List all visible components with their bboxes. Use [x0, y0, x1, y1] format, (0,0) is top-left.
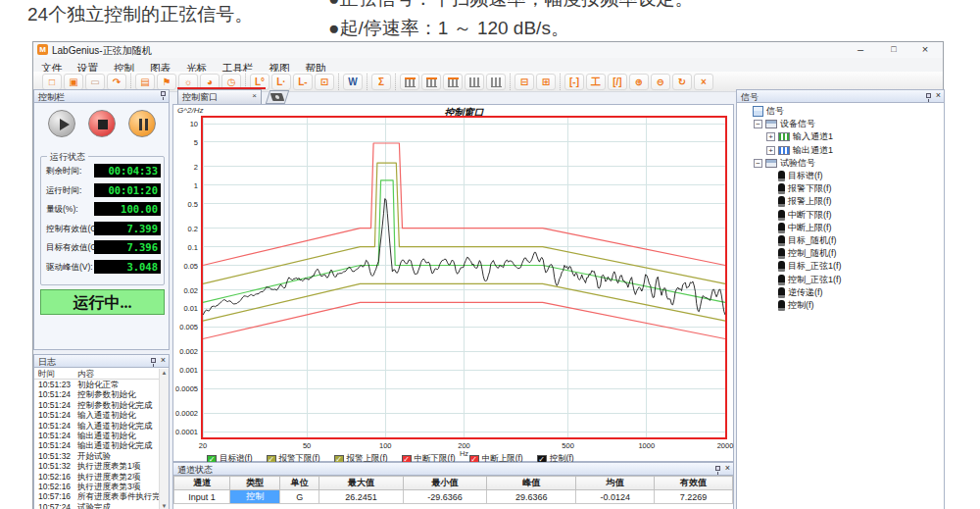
tree-item[interactable]: + 输入通道1	[741, 130, 944, 143]
toolbar-group: W	[338, 74, 367, 90]
new-button[interactable]: □	[42, 74, 62, 90]
pin-icon[interactable]	[715, 466, 720, 471]
tree-item-label: 控制(f)	[788, 299, 814, 312]
scroll-up-icon[interactable]: ▲	[160, 370, 169, 376]
pause-button[interactable]	[128, 110, 156, 137]
close-icon[interactable]: ×	[936, 91, 941, 100]
zoom-out-button[interactable]: ⊖	[651, 74, 670, 90]
tree-item[interactable]: 控制_随机(f)	[741, 247, 944, 260]
log-panel: 日志 × 时间内容 10:51:23 初始化正常 10:51:24 控制参数初始…	[33, 354, 170, 509]
play-button[interactable]	[48, 110, 75, 137]
restore-button[interactable]: □	[880, 42, 907, 57]
minimize-button[interactable]: –	[847, 42, 874, 57]
cursor-vertical-button[interactable]: 工	[586, 74, 606, 90]
word-report-button[interactable]: W	[343, 74, 363, 90]
tree-item-label: 输出通道1	[793, 144, 833, 157]
print-button[interactable]: ▤	[135, 74, 155, 90]
panorama-button[interactable]: ⚑	[157, 74, 176, 90]
tree-item[interactable]: − 设备信号	[741, 118, 944, 130]
toolbar-group: □▣▭↷	[38, 74, 130, 90]
log-scrollbar[interactable]: ▲ ▼	[159, 369, 169, 509]
log-row[interactable]: 10:51:24 控制参数初始化	[34, 389, 169, 399]
tree-item[interactable]: 中断上限(f)	[741, 222, 944, 234]
cancel-button[interactable]: ×	[694, 74, 713, 90]
chart-bars-4-button[interactable]	[465, 74, 484, 90]
tree-item[interactable]: 报警上限(f)	[741, 195, 944, 208]
tree-item[interactable]: 信号	[741, 105, 944, 118]
expand-icon[interactable]: +	[766, 132, 775, 141]
log-row[interactable]: 10:51:24 输入通道初始化	[34, 410, 169, 420]
close-icon[interactable]: ×	[161, 356, 166, 365]
window-copy-button[interactable]: ⊡	[315, 74, 334, 90]
cursor-slope-button[interactable]: [/]	[608, 74, 627, 90]
y-tick-label: 2	[173, 163, 198, 172]
log-row[interactable]: 10:51:24 输入通道初始化完成	[34, 421, 169, 431]
chart-bars-2-button[interactable]	[421, 74, 441, 90]
log-time: 10:57:16	[38, 491, 71, 501]
log-row[interactable]: 10:51:24 控制参数初始化完成	[34, 400, 169, 410]
tree-item-label: 目标_正弦1(f)	[788, 260, 842, 273]
tree-item-label: 逆传递(f)	[788, 286, 823, 299]
expand-icon[interactable]: +	[766, 146, 775, 155]
channel-row[interactable]: Input 1 控制 G 26.2451 -29.6366 29.6366 -0…	[174, 490, 733, 504]
chart-bars-1-button[interactable]	[400, 74, 419, 90]
zoom-in-button[interactable]: ⊕	[629, 74, 649, 90]
tree-item[interactable]: 控制(f)	[741, 299, 944, 312]
scroll-down-icon[interactable]: ▼	[160, 503, 169, 509]
y-tick-label: 0.01	[173, 304, 198, 313]
channel-col-header: 有效值	[655, 477, 733, 490]
y-tick-label: 0.0001	[173, 428, 198, 436]
tree-item[interactable]: 逆传递(f)	[741, 286, 944, 299]
export-button[interactable]: ↷	[107, 74, 126, 90]
log-row[interactable]: 10:52:16 执行进度表第2项	[34, 472, 169, 482]
log-row[interactable]: 10:51:24 输出通道初始化	[34, 431, 169, 440]
tree-item[interactable]: 报警下限(f)	[741, 182, 944, 195]
level-profile-3-button[interactable]: L-	[293, 74, 313, 90]
save-icon: ▣	[69, 76, 77, 87]
log-row[interactable]: 10:51:32 开始试验	[34, 451, 169, 461]
tree-item[interactable]: + 输出通道1	[741, 144, 944, 157]
log-row[interactable]: 10:57:24 试验完成	[34, 502, 169, 509]
tab-close-icon[interactable]: ×	[252, 91, 257, 100]
control-bar-title: 控制栏	[38, 92, 65, 102]
sigma-button[interactable]: Σ	[371, 74, 391, 90]
pin-icon[interactable]	[161, 91, 166, 96]
log-row[interactable]: 10:57:16 所有进度表事件执行完成	[34, 491, 169, 501]
layout-tile-button[interactable]: ⊞	[536, 74, 556, 90]
pin-icon[interactable]	[151, 358, 156, 363]
tab-control-window[interactable]: 控制窗口 ×	[177, 89, 262, 104]
tree-item-label: 输入通道1	[793, 130, 833, 143]
save-button[interactable]: ▣	[64, 74, 83, 90]
chart-bars-3-button[interactable]	[443, 74, 463, 90]
refresh-button[interactable]: ↻	[672, 74, 692, 90]
tree-item[interactable]: − 试验信号	[741, 157, 944, 170]
tree-item[interactable]: 目标谱(f)	[741, 170, 944, 182]
collapse-icon[interactable]: −	[754, 159, 762, 168]
log-row[interactable]: 10:51:24 输出通道初始化完成	[34, 440, 169, 450]
tree-item[interactable]: 目标_随机(f)	[741, 234, 944, 247]
device-group-icon	[765, 159, 777, 168]
chart-bars-5-button[interactable]	[486, 74, 506, 90]
collapse-icon[interactable]: −	[754, 120, 762, 128]
menu-bar: 文件设置控制图表光标工具栏视图帮助	[33, 58, 943, 72]
open-button[interactable]: ▭	[85, 74, 105, 90]
tree-item[interactable]: 目标_正弦1(f)	[741, 260, 944, 273]
layout-cascade-button[interactable]: ⊟	[514, 74, 534, 90]
spectrum-plot[interactable]	[201, 116, 727, 439]
log-row[interactable]: 10:51:32 执行进度表第1项	[34, 461, 169, 471]
tree-item[interactable]: 中断下限(f)	[741, 209, 944, 222]
input-channel-icon	[778, 132, 790, 141]
stop-button[interactable]	[88, 110, 116, 137]
close-button[interactable]: ×	[911, 42, 939, 57]
log-row[interactable]: 10:51:23 初始化正常	[34, 380, 169, 389]
y-tick-label: 0.1	[173, 243, 198, 252]
log-row[interactable]: 10:52:16 执行进度表第3项	[34, 482, 169, 491]
channel-peak: 29.6366	[487, 490, 576, 504]
close-icon[interactable]: ×	[725, 464, 730, 473]
log-time: 10:51:24	[38, 421, 71, 431]
level-profile-2-button[interactable]: L·	[271, 74, 291, 90]
cursor-horizontal-button[interactable]: [-]	[564, 74, 584, 90]
tree-item[interactable]: 控制_正弦1(f)	[741, 273, 944, 285]
chart-bars-3-icon	[448, 77, 459, 87]
pin-icon[interactable]	[926, 93, 931, 98]
